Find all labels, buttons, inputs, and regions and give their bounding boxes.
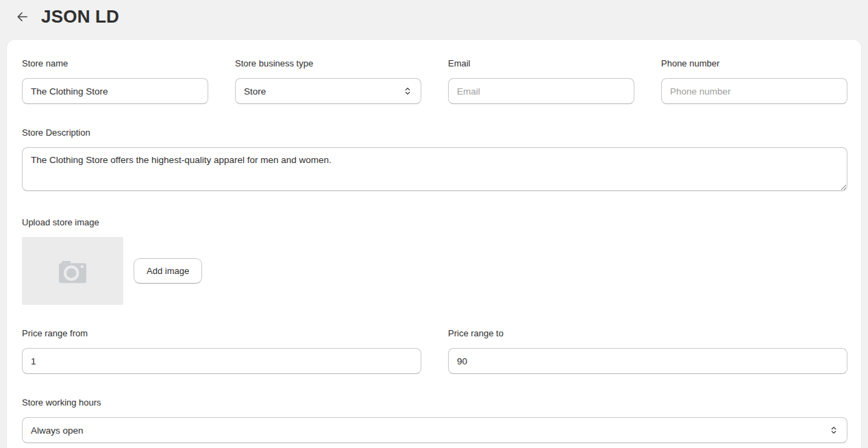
contact-fields-row: Store name Store business type Store Ema…: [22, 58, 847, 104]
working-hours-selected-value: Always open: [31, 425, 84, 436]
business-type-select[interactable]: Store: [235, 78, 421, 104]
business-type-label: Store business type: [235, 58, 421, 69]
store-name-input[interactable]: [22, 78, 208, 104]
working-hours-label: Store working hours: [22, 397, 847, 408]
business-type-selected-value: Store: [244, 86, 266, 97]
email-label: Email: [448, 58, 634, 69]
email-input[interactable]: [448, 78, 634, 104]
arrow-left-icon: [16, 10, 29, 23]
settings-card: Store name Store business type Store Ema…: [7, 40, 861, 448]
email-field: Email: [448, 58, 634, 104]
description-textarea[interactable]: The Clothing Store offers the highest-qu…: [22, 147, 847, 191]
business-type-field: Store business type Store: [235, 58, 421, 104]
select-updown-icon: [829, 425, 839, 435]
price-from-input[interactable]: [22, 348, 421, 374]
page-title: JSON LD: [41, 6, 119, 27]
phone-label: Phone number: [661, 58, 847, 69]
price-from-field: Price range from: [22, 328, 421, 374]
phone-input[interactable]: [661, 78, 847, 104]
image-placeholder: [22, 237, 123, 305]
price-range-row: Price range from Price range to: [22, 328, 847, 374]
image-upload-label: Upload store image: [22, 217, 847, 228]
price-to-label: Price range to: [448, 328, 847, 339]
price-to-input[interactable]: [448, 348, 847, 374]
store-name-field: Store name: [22, 58, 208, 104]
working-hours-select[interactable]: Always open: [22, 417, 847, 443]
working-hours-row: Store working hours Always open: [22, 397, 847, 443]
image-upload-row: Upload store image Add image: [22, 217, 847, 305]
add-image-button[interactable]: Add image: [134, 258, 202, 284]
price-from-label: Price range from: [22, 328, 421, 339]
description-label: Store Description: [22, 127, 847, 138]
back-button[interactable]: [12, 7, 32, 26]
camera-icon: [58, 258, 88, 284]
description-row: Store Description The Clothing Store off…: [22, 127, 847, 194]
phone-field: Phone number: [661, 58, 847, 104]
store-name-label: Store name: [22, 58, 208, 69]
price-to-field: Price range to: [448, 328, 847, 374]
select-updown-icon: [403, 86, 412, 96]
topbar: JSON LD: [0, 0, 868, 33]
